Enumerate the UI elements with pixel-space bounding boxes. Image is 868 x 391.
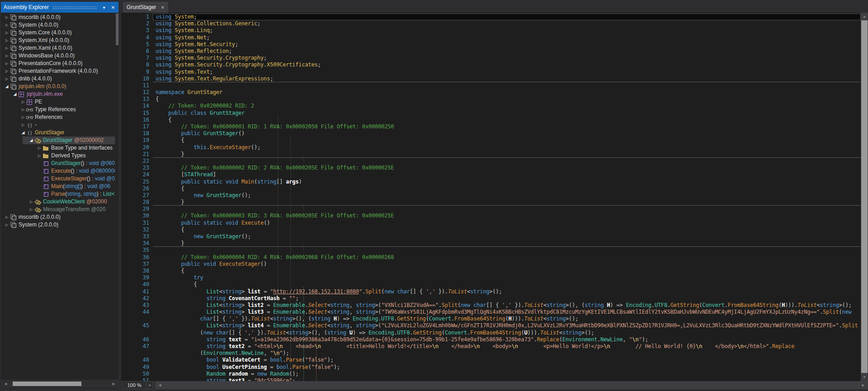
tree-hscroll-thumb[interactable] <box>13 382 81 386</box>
code-line[interactable]: 2using System.Collections.Generic; <box>121 20 861 27</box>
tree-item[interactable]: Main(string[]) : void @06 <box>1 183 115 190</box>
code-line[interactable]: char[] { ',' }).ToList<string>(), (strin… <box>121 316 861 322</box>
code-line[interactable]: 39 try <box>121 274 861 281</box>
tree-item[interactable]: ▷CookieWebClient @02000 <box>1 198 115 206</box>
tree-item[interactable]: ▷System.Xaml (4.0.0.0) <box>1 44 115 52</box>
scroll-right-icon[interactable]: ► <box>112 382 116 386</box>
code-line[interactable]: 8using System.Security.Cryptography.X509… <box>121 61 861 68</box>
expander-icon[interactable]: ▷ <box>4 67 10 75</box>
tree-item[interactable]: ▷System.Core (4.0.0.0) <box>1 29 115 37</box>
code-line[interactable]: 15 public class GruntStager <box>121 110 861 117</box>
code-line[interactable]: 7using System.Security.Cryptography; <box>121 55 861 61</box>
tree-item[interactable]: ▷Type References <box>1 106 115 113</box>
expander-icon[interactable]: ▷ <box>28 198 34 206</box>
code-line[interactable]: 31 public static void Execute() <box>121 220 861 226</box>
expander-icon[interactable]: ▷ <box>28 206 34 213</box>
expander-icon[interactable]: ▷ <box>36 152 43 160</box>
code-line[interactable]: 4using System.Net; <box>121 34 861 41</box>
expander-icon[interactable]: ▷ <box>4 52 10 60</box>
editor-horizontal-scrollbar[interactable]: ◄ ► <box>155 381 868 389</box>
code-line[interactable]: 51 string text3 = "94c55996ce"; <box>121 377 861 381</box>
scroll-right-icon[interactable]: ► <box>861 383 865 387</box>
code-line[interactable]: 40 { <box>121 281 861 288</box>
code-line[interactable]: 32 { <box>121 226 861 233</box>
tree-item[interactable]: ◢jqrijuln.i4m (0.0.0.0) <box>1 83 115 90</box>
tree-item[interactable]: ▷Derived Types <box>1 152 115 160</box>
expander-icon[interactable]: ▷ <box>36 144 43 152</box>
tree-item[interactable]: ▷dnlib (4.4.0.0) <box>1 75 115 83</box>
tree-item[interactable]: ◢GruntStager @02000002 <box>1 137 115 144</box>
editor-vscroll-thumb[interactable] <box>861 20 868 373</box>
tree-item[interactable]: ▷MessageTransform @020 <box>1 206 115 213</box>
panel-close-icon[interactable]: ✕ <box>109 5 117 10</box>
code-line[interactable]: 37 public void ExecuteStager() <box>121 261 861 268</box>
tree-item[interactable]: ◢jqrijuln.i4m.exe <box>1 90 115 98</box>
code-line[interactable]: 36 // Token: 0x06000004 RID: 4 RVA: 0x00… <box>121 254 861 261</box>
zoom-level-control[interactable]: 100 % <box>122 381 147 389</box>
code-line[interactable]: 20 this.ExecuteStager(); <box>121 144 861 151</box>
code-line[interactable]: 22 <box>121 158 861 165</box>
code-line[interactable]: 49 bool UseCertPinning = bool.Parse("fal… <box>121 364 861 371</box>
code-line[interactable]: 21 } <box>121 151 861 158</box>
code-line[interactable]: 17 // Token: 0x06000001 RID: 1 RVA: 0x00… <box>121 123 861 130</box>
tree-horizontal-scrollbar[interactable]: ◄ ► <box>1 380 119 388</box>
scroll-down-icon[interactable]: ▼ <box>861 375 868 379</box>
scroll-left-icon[interactable]: ◄ <box>158 383 162 387</box>
tree-item[interactable]: ▷PE <box>1 98 115 106</box>
scroll-up-icon[interactable]: ▲ <box>861 14 868 19</box>
code-line[interactable]: 34 } <box>121 240 861 247</box>
expander-icon[interactable]: ▷ <box>4 221 10 229</box>
tree-item[interactable]: ◢{ }GruntStager <box>1 129 115 137</box>
expander-icon[interactable]: ◢ <box>4 83 10 90</box>
code-line[interactable]: 50 Random random = new Random(); <box>121 371 861 377</box>
scroll-left-icon[interactable]: ◄ <box>4 382 8 386</box>
code-line[interactable]: (new char[] { ',' }).ToList<string>(), (… <box>121 330 861 336</box>
tree-item[interactable]: ▷System (4.0.0.0) <box>1 21 115 29</box>
code-line[interactable]: 16 { <box>121 117 861 123</box>
code-line[interactable]: 6using System.Reflection; <box>121 48 861 55</box>
expander-icon[interactable]: ▷ <box>20 113 26 121</box>
tree-item[interactable]: ▷System (2.0.0.0) <box>1 221 115 229</box>
code-line[interactable]: 14 // Token: 0x02000002 RID: 2 <box>121 103 861 109</box>
expander-icon[interactable]: ▷ <box>4 75 10 83</box>
code-line[interactable]: 26 { <box>121 185 861 192</box>
code-line[interactable]: 25 public static void Main(string[] args… <box>121 179 861 185</box>
code-line[interactable]: 13{ <box>121 96 861 103</box>
code-line[interactable]: (Environment.NewLine, "\n"); <box>121 350 861 357</box>
code-line[interactable]: 30 // Token: 0x06000003 RID: 3 RVA: 0x00… <box>121 212 861 219</box>
tree-item[interactable]: ▷mscorlib (4.0.0.0) <box>1 14 115 21</box>
tree-item[interactable]: ▷WindowsBase (4.0.0.0) <box>1 52 115 60</box>
expander-icon[interactable]: ▷ <box>4 14 10 21</box>
code-line[interactable]: 42 string CovenantCertHash = ""; <box>121 295 861 302</box>
code-line[interactable]: 11 <box>121 82 861 89</box>
expander-icon[interactable]: ▷ <box>4 37 10 44</box>
code-line[interactable]: 18 public GruntStager() <box>121 130 861 137</box>
tree-item[interactable]: GruntStager() : void @060 <box>1 160 115 167</box>
tab-close-icon[interactable]: ✕ <box>161 5 164 10</box>
expander-icon[interactable]: ▷ <box>20 106 26 113</box>
tab-gruntstager[interactable]: GruntStager ✕ <box>123 2 168 13</box>
code-line[interactable]: 19 { <box>121 137 861 144</box>
panel-menu-icon[interactable]: ▾ <box>100 5 108 10</box>
expander-icon[interactable]: ▷ <box>4 44 10 52</box>
expander-icon[interactable]: ▷ <box>4 29 10 37</box>
tree-item[interactable]: ▷References <box>1 113 115 121</box>
code-line[interactable]: 10using System.Text.RegularExpressions; <box>121 75 861 82</box>
tree-item[interactable]: ExecuteStager() : void @0 <box>1 175 115 183</box>
code-line[interactable]: 45 List<string> list4 = Enumerable.Selec… <box>121 322 861 329</box>
panel-title-bar[interactable]: Assembly Explorer ▾ ✕ <box>1 2 119 13</box>
code-line[interactable]: 33 new GruntStager(); <box>121 233 861 240</box>
code-line[interactable]: 43 List<string> list2 = Enumerable.Selec… <box>121 302 861 309</box>
expander-icon[interactable]: ◢ <box>28 137 34 144</box>
tree-item[interactable]: ▷System.Xml (4.0.0.0) <box>1 37 115 44</box>
code-line[interactable]: 23 // Token: 0x06000002 RID: 2 RVA: 0x00… <box>121 165 861 171</box>
expander-icon[interactable]: ◢ <box>12 90 18 98</box>
expander-icon[interactable]: ▷ <box>4 213 10 221</box>
tree-item[interactable]: ▷PresentationCore (4.0.0.0) <box>1 60 115 67</box>
code-line[interactable]: 41 List<string> list = "http://192.168.1… <box>121 288 861 295</box>
tree-item[interactable]: ▷Base Type and Interfaces <box>1 144 115 152</box>
code-line[interactable]: 27 new GruntStager(); <box>121 192 861 199</box>
code-line[interactable]: 48 bool ValidateCert = bool.Parse("false… <box>121 357 861 363</box>
code-line[interactable]: 44 List<string> list3 = Enumerable.Selec… <box>121 309 861 316</box>
tree-item[interactable]: ▷mscorlib (2.0.0.0) <box>1 213 115 221</box>
